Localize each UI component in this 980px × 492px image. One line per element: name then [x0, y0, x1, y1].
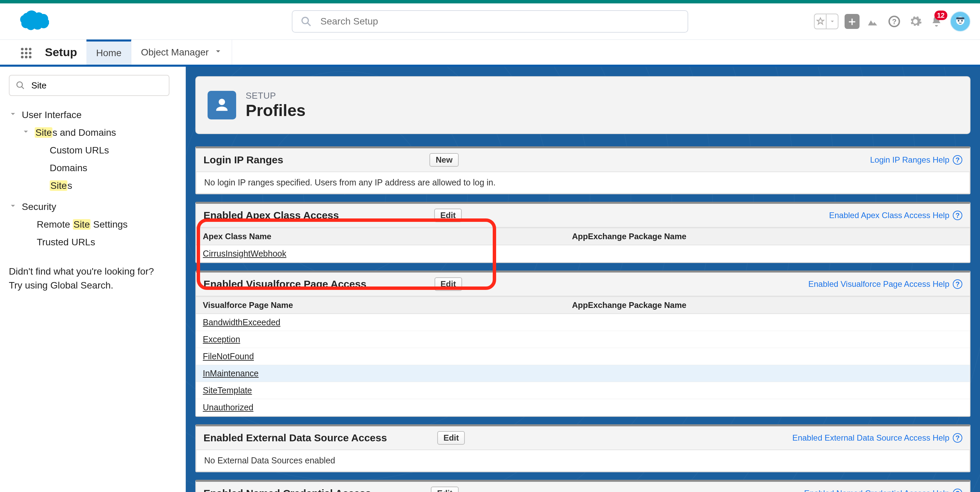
app-launcher-icon[interactable]	[14, 41, 38, 65]
section-title: Login IP Ranges	[204, 154, 283, 166]
tree-leaf-remote-site-settings[interactable]: Remote Site Settings	[9, 216, 177, 233]
window-top-strip	[0, 0, 980, 3]
table-row: BandwidthExceeded	[196, 314, 970, 331]
edit-button[interactable]: Edit	[437, 431, 465, 445]
global-search	[292, 10, 688, 33]
help-link-vf[interactable]: Enabled Visualforce Page Access Help	[808, 279, 950, 289]
edit-button[interactable]: Edit	[434, 209, 462, 222]
salesforce-logo[interactable]	[11, 7, 54, 36]
tab-object-manager[interactable]: Object Manager	[131, 40, 232, 65]
help-icon[interactable]: ?	[953, 433, 962, 443]
tab-home[interactable]: Home	[86, 40, 131, 65]
global-actions-button[interactable]: ＋	[845, 14, 859, 29]
svg-point-15	[21, 56, 24, 59]
star-icon[interactable]	[815, 14, 827, 29]
tree-leaf-custom-urls[interactable]: Custom URLs	[9, 142, 177, 159]
notifications-icon[interactable]: 12	[929, 14, 944, 29]
header-actions: ＋ ? 12	[814, 11, 970, 32]
vf-page-link[interactable]: SiteTemplate	[203, 385, 252, 395]
table-header: Apex Class Name AppExchange Package Name	[196, 228, 970, 245]
table-header: Visualforce Page Name AppExchange Packag…	[196, 296, 970, 314]
help-link-named[interactable]: Enabled Named Credential Access Help	[804, 489, 950, 492]
tree-leaf-sites[interactable]: Sites	[9, 177, 177, 194]
section-title: Enabled External Data Source Access	[204, 432, 387, 444]
section-external-data: Enabled External Data Source Access Edit…	[195, 424, 970, 472]
help-link-external[interactable]: Enabled External Data Source Access Help	[792, 433, 950, 443]
help-link-login-ip[interactable]: Login IP Ranges Help	[870, 155, 950, 165]
chevron-down-icon	[22, 127, 33, 138]
gear-icon[interactable]	[908, 14, 923, 29]
tree-label: Sites and Domains	[35, 127, 116, 138]
help-icon[interactable]: ?	[953, 155, 962, 165]
svg-point-9	[21, 48, 24, 51]
svg-point-7	[961, 20, 963, 22]
svg-point-10	[25, 48, 27, 51]
table-row: CirrusInsightWebhook	[196, 245, 970, 262]
svg-point-6	[958, 20, 959, 22]
svg-line-1	[308, 23, 310, 25]
chevron-down-icon	[214, 47, 222, 58]
svg-text:?: ?	[892, 18, 896, 26]
help-link-apex[interactable]: Enabled Apex Class Access Help	[829, 211, 950, 220]
search-box[interactable]	[292, 10, 688, 33]
chevron-down-icon[interactable]	[827, 14, 838, 29]
svg-line-19	[22, 87, 24, 89]
external-message: No External Data Sources enabled	[196, 450, 970, 471]
svg-point-17	[29, 56, 32, 59]
avatar[interactable]	[950, 11, 970, 32]
table-row: InMaintenance	[196, 365, 970, 382]
svg-point-13	[25, 52, 27, 54]
tree-label: Custom URLs	[50, 145, 109, 156]
quick-find[interactable]	[9, 75, 169, 96]
help-icon[interactable]: ?	[953, 279, 962, 289]
tree-label: Remote Site Settings	[37, 219, 127, 230]
context-bar: Setup Home Object Manager	[0, 40, 980, 67]
help-icon[interactable]: ?	[887, 14, 902, 29]
edit-button[interactable]: Edit	[431, 487, 458, 492]
tab-home-label: Home	[96, 48, 121, 59]
login-ip-message: No login IP ranges specified. Users from…	[196, 172, 970, 194]
section-vf-access: Enabled Visualforce Page Access Edit Ena…	[195, 271, 970, 417]
tree-leaf-trusted-urls[interactable]: Trusted URLs	[9, 233, 177, 251]
tree-node-user-interface[interactable]: User Interface	[9, 106, 177, 124]
tree-node-security[interactable]: Security	[9, 198, 177, 216]
section-login-ip-ranges: Login IP Ranges New Login IP Ranges Help…	[195, 146, 970, 194]
help-icon[interactable]: ?	[953, 211, 962, 220]
svg-point-16	[25, 56, 27, 59]
notification-badge: 12	[934, 11, 947, 20]
vf-page-link[interactable]: Exception	[203, 334, 240, 344]
search-icon	[16, 81, 25, 90]
section-title: Enabled Visualforce Page Access	[204, 278, 366, 290]
vf-page-link[interactable]: Unauthorized	[203, 403, 253, 412]
tree-leaf-domains[interactable]: Domains	[9, 159, 177, 177]
edit-button[interactable]: Edit	[434, 277, 462, 291]
apex-class-link[interactable]: CirrusInsightWebhook	[203, 249, 286, 258]
new-button[interactable]: New	[430, 153, 458, 167]
table-row: Exception	[196, 331, 970, 348]
svg-rect-8	[956, 18, 964, 19]
page-header: SETUP Profiles	[195, 76, 970, 134]
vf-page-link[interactable]: FileNotFound	[203, 352, 254, 361]
svg-point-12	[21, 52, 24, 54]
sidebar-hint: Didn't find what you're looking for? Try…	[9, 265, 177, 292]
tree-label: User Interface	[22, 110, 82, 121]
search-input[interactable]	[321, 16, 679, 27]
vf-page-link[interactable]: InMaintenance	[203, 368, 259, 378]
trailhead-icon[interactable]	[865, 14, 881, 29]
page-eyebrow: SETUP	[246, 91, 305, 101]
vf-page-link[interactable]: BandwidthExceeded	[203, 317, 280, 327]
table-row: SiteTemplate	[196, 382, 970, 399]
tree-label: Domains	[50, 162, 87, 174]
tree-label: Security	[22, 201, 56, 212]
tree-node-sites-and-domains[interactable]: Sites and Domains	[9, 124, 177, 142]
tree-label: Trusted URLs	[37, 237, 95, 248]
app-name: Setup	[45, 40, 86, 65]
quick-find-input[interactable]	[31, 80, 163, 91]
section-title: Enabled Apex Class Access	[204, 210, 339, 221]
svg-point-11	[29, 48, 32, 51]
global-header: ＋ ? 12	[0, 3, 980, 40]
chevron-down-icon	[9, 201, 21, 212]
tree-label: Sites	[50, 180, 72, 191]
favorites-control[interactable]	[814, 14, 838, 29]
help-icon[interactable]: ?	[953, 489, 962, 492]
